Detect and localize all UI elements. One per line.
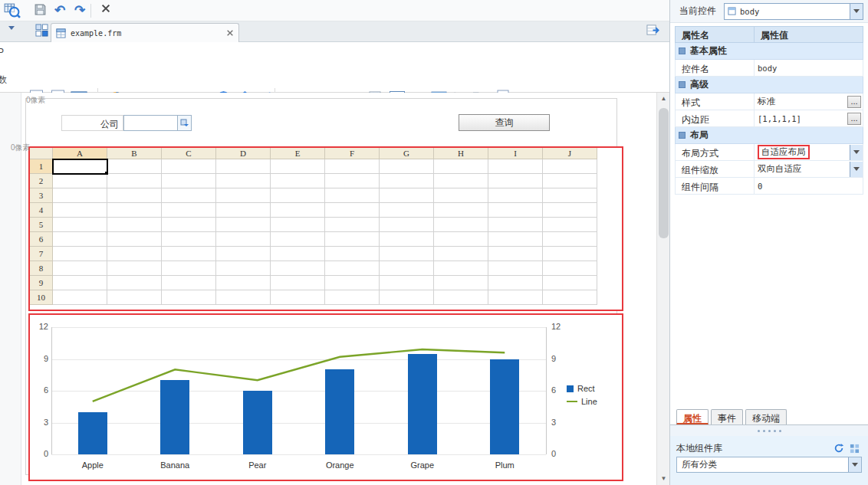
cell-B10[interactable]: [107, 290, 162, 305]
column-header-D[interactable]: D: [216, 148, 271, 159]
cell-E8[interactable]: [271, 261, 325, 276]
sheet-corner[interactable]: [30, 148, 53, 159]
row-header-6[interactable]: 6: [30, 232, 53, 247]
cell-J7[interactable]: [543, 247, 597, 261]
save-button[interactable]: [32, 3, 48, 18]
cell-B5[interactable]: [107, 218, 162, 232]
column-header-I[interactable]: I: [488, 148, 543, 159]
cell-A10[interactable]: [53, 290, 107, 305]
cell-C1[interactable]: [162, 159, 216, 174]
company-label-cell[interactable]: 公司: [61, 115, 123, 131]
cell-C7[interactable]: [162, 247, 216, 261]
cell-D9[interactable]: [216, 276, 271, 290]
current-control-dropdown-button[interactable]: [850, 4, 863, 19]
cell-D1[interactable]: [216, 159, 271, 174]
cell-H2[interactable]: [434, 174, 488, 188]
row-header-3[interactable]: 3: [30, 188, 53, 203]
cell-C3[interactable]: [162, 188, 216, 203]
padding-value[interactable]: [1,1,1,1]: [758, 114, 847, 123]
chart-widget-block[interactable]: 003366991212AppleBananaPearOrangeGrapePl…: [28, 313, 623, 481]
category-dropdown-button[interactable]: [848, 457, 861, 472]
cell-H4[interactable]: [434, 203, 488, 218]
cell-H9[interactable]: [434, 276, 488, 290]
cell-E5[interactable]: [271, 218, 325, 232]
cell-H5[interactable]: [434, 218, 488, 232]
layout-mode-dropdown-button[interactable]: [850, 145, 863, 160]
cell-J1[interactable]: [543, 159, 597, 174]
cell-D2[interactable]: [216, 174, 271, 188]
column-header-B[interactable]: B: [107, 148, 162, 159]
cell-D10[interactable]: [216, 290, 271, 305]
style-value[interactable]: 标准: [758, 96, 847, 107]
redo-button[interactable]: ↷: [72, 3, 87, 18]
cell-A3[interactable]: [53, 188, 107, 203]
cell-F10[interactable]: [325, 290, 380, 305]
cell-C5[interactable]: [162, 218, 216, 232]
library-refresh-button[interactable]: [831, 441, 847, 456]
company-dropdown-button[interactable]: [178, 115, 192, 131]
dock-panel-button[interactable]: [645, 24, 660, 39]
cell-F8[interactable]: [325, 261, 380, 276]
cell-I9[interactable]: [488, 276, 543, 290]
cell-H6[interactable]: [434, 232, 488, 247]
cell-G8[interactable]: [380, 261, 434, 276]
company-input[interactable]: [123, 115, 178, 131]
section-layout[interactable]: 布局: [675, 127, 863, 144]
cell-G9[interactable]: [380, 276, 434, 290]
cell-D3[interactable]: [216, 188, 271, 203]
cell-A7[interactable]: [53, 247, 107, 261]
cell-B2[interactable]: [107, 174, 162, 188]
cell-B8[interactable]: [107, 261, 162, 276]
scroll-down-button[interactable]: ▼: [657, 473, 670, 485]
cell-B9[interactable]: [107, 276, 162, 290]
undo-button[interactable]: ↶: [52, 3, 67, 18]
cell-G3[interactable]: [380, 188, 434, 203]
current-control-dropdown[interactable]: body: [724, 3, 863, 20]
form-body[interactable]: 公司 查询 ABCDEFGHIJ12345678910 003366991212…: [25, 98, 617, 475]
cell-B1[interactable]: [107, 159, 162, 174]
tab-properties[interactable]: 属性: [676, 409, 709, 424]
cell-I1[interactable]: [488, 159, 543, 174]
cell-G6[interactable]: [380, 232, 434, 247]
cell-I10[interactable]: [488, 290, 543, 305]
cell-G7[interactable]: [380, 247, 434, 261]
column-header-J[interactable]: J: [543, 148, 597, 159]
cell-E6[interactable]: [271, 232, 325, 247]
cell-H8[interactable]: [434, 261, 488, 276]
column-header-C[interactable]: C: [162, 148, 216, 159]
cell-J8[interactable]: [543, 261, 597, 276]
tab-example-frm[interactable]: example.frm: [51, 23, 239, 42]
cell-A2[interactable]: [53, 174, 107, 188]
row-header-8[interactable]: 8: [30, 261, 53, 276]
column-header-A[interactable]: A: [53, 148, 107, 159]
cell-F6[interactable]: [325, 232, 380, 247]
category-filter-dropdown[interactable]: 所有分类: [676, 457, 862, 473]
cell-E7[interactable]: [271, 247, 325, 261]
column-header-H[interactable]: H: [434, 148, 488, 159]
cell-J10[interactable]: [543, 290, 597, 305]
column-header-G[interactable]: G: [380, 148, 434, 159]
cell-D6[interactable]: [216, 232, 271, 247]
layout-mode-value[interactable]: 自适应布局: [758, 145, 810, 159]
data-query-tool[interactable]: [2, 2, 21, 38]
cell-C2[interactable]: [162, 174, 216, 188]
cell-I7[interactable]: [488, 247, 543, 261]
cell-A5[interactable]: [53, 218, 107, 232]
cell-E1[interactable]: [271, 159, 325, 174]
column-header-E[interactable]: E: [271, 148, 325, 159]
cell-J2[interactable]: [543, 174, 597, 188]
cell-B7[interactable]: [107, 247, 162, 261]
cell-A8[interactable]: [53, 261, 107, 276]
row-header-10[interactable]: 10: [30, 290, 53, 305]
cell-G2[interactable]: [380, 174, 434, 188]
scroll-up-button[interactable]: ▲: [657, 93, 670, 105]
tab-events[interactable]: 事件: [711, 409, 743, 424]
cell-I8[interactable]: [488, 261, 543, 276]
cell-E2[interactable]: [271, 174, 325, 188]
cell-I5[interactable]: [488, 218, 543, 232]
row-header-7[interactable]: 7: [30, 247, 53, 261]
cell-D8[interactable]: [216, 261, 271, 276]
cell-D7[interactable]: [216, 247, 271, 261]
cell-A9[interactable]: [53, 276, 107, 290]
cell-A1[interactable]: [53, 159, 107, 174]
